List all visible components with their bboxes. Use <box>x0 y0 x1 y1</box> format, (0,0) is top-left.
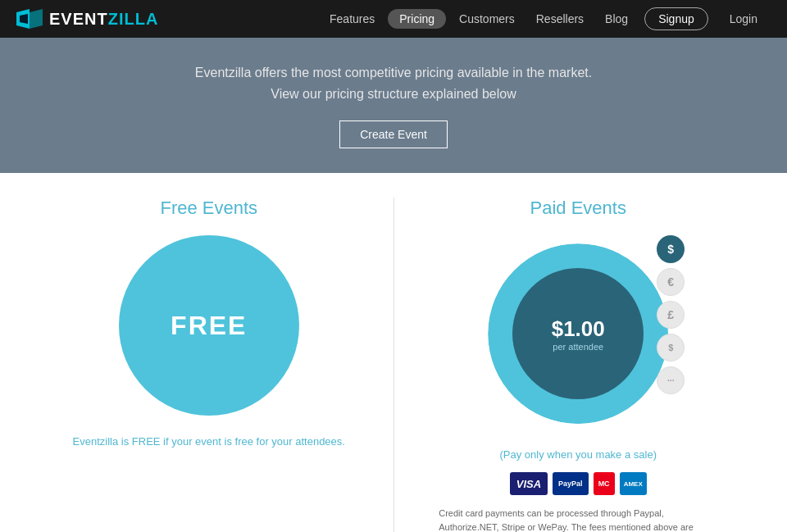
login-button[interactable]: Login <box>716 8 771 30</box>
visa-logo: VISA <box>510 472 548 495</box>
currency-other-button[interactable]: $ <box>657 334 685 361</box>
payment-logos: VISA PayPal MC AMEX <box>510 472 647 495</box>
brand: EVENTZILLA <box>16 9 158 29</box>
currency-gbp-button[interactable]: £ <box>657 301 685 329</box>
currency-eur-button[interactable]: € <box>657 268 685 296</box>
nav-blog[interactable]: Blog <box>597 9 636 29</box>
nav-links: Features Pricing Customers Resellers Blo… <box>321 7 771 30</box>
hero-section: Eventzilla offers the most competitive p… <box>0 38 787 173</box>
currency-icons: $ € £ $ ··· <box>657 235 685 394</box>
brand-name: EVENTZILLA <box>49 10 158 29</box>
svg-marker-2 <box>20 14 28 24</box>
paypal-logo: PayPal <box>553 472 589 495</box>
currency-more-button[interactable]: ··· <box>657 366 685 394</box>
paid-circle-container: $1.00 per attendee $ € £ $ ··· <box>480 235 676 432</box>
nav-customers[interactable]: Customers <box>451 9 523 29</box>
free-description: Eventzilla is FREE if your event is free… <box>73 435 345 448</box>
free-circle: FREE <box>119 235 299 416</box>
payment-note-1: Credit card payments can be processed th… <box>439 507 717 532</box>
payment-notes: Credit card payments can be processed th… <box>439 507 717 532</box>
paid-section: Paid Events $1.00 per attendee $ € £ $ ·… <box>403 198 755 532</box>
section-divider <box>394 198 394 532</box>
navbar: EVENTZILLA Features Pricing Customers Re… <box>0 0 787 38</box>
nav-pricing[interactable]: Pricing <box>388 9 446 29</box>
create-event-button[interactable]: Create Event <box>339 120 448 148</box>
svg-marker-1 <box>30 9 43 29</box>
pay-note: (Pay only when you make a sale) <box>500 448 657 461</box>
amex-logo: AMEX <box>620 472 647 495</box>
signup-button[interactable]: Signup <box>644 7 708 30</box>
per-attendee-label: per attendee <box>553 342 603 352</box>
nav-resellers[interactable]: Resellers <box>528 9 592 29</box>
mastercard-logo: MC <box>594 472 615 495</box>
hero-text: Eventzilla offers the most competitive p… <box>16 62 771 104</box>
paid-section-title: Paid Events <box>530 198 626 219</box>
main-content: Free Events FREE Eventzilla is FREE if y… <box>0 173 787 532</box>
brand-logo-icon <box>16 9 43 29</box>
price-label: $1.00 <box>552 316 605 342</box>
free-section-title: Free Events <box>160 198 257 219</box>
nav-features[interactable]: Features <box>321 9 383 29</box>
paid-inner-circle: $1.00 per attendee <box>512 268 644 399</box>
free-label: FREE <box>171 311 247 341</box>
free-section: Free Events FREE Eventzilla is FREE if y… <box>33 198 385 532</box>
currency-usd-button[interactable]: $ <box>657 235 685 263</box>
